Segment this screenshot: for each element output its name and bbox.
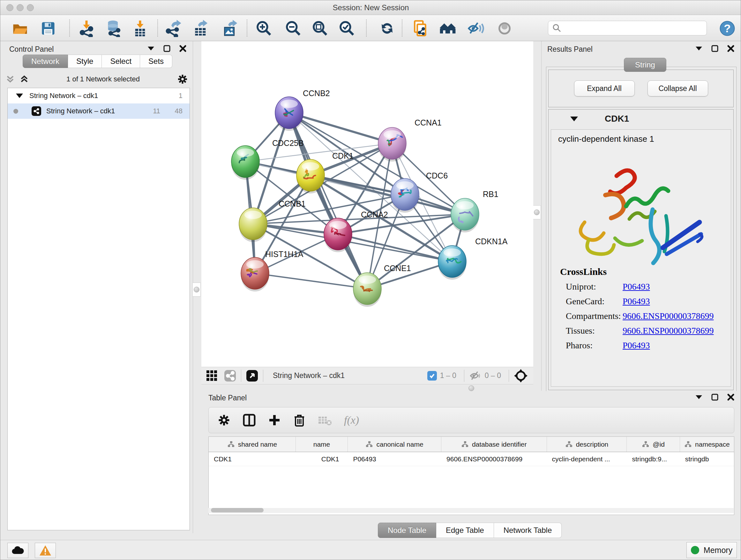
toolbar-separator — [402, 19, 402, 37]
network-selected-status: 1 of 1 Network selected — [29, 75, 177, 83]
search-input[interactable] — [562, 24, 706, 32]
column-header-id[interactable]: @id — [627, 437, 680, 452]
import-network-file-button[interactable] — [77, 19, 95, 37]
warnings-button[interactable] — [35, 543, 56, 558]
open-session-button[interactable] — [11, 19, 29, 37]
panel-menu-icon[interactable] — [695, 393, 703, 401]
network-node-CDK1[interactable] — [296, 159, 325, 193]
column-header-shared-name[interactable]: shared name — [209, 437, 296, 452]
export-table-button[interactable] — [192, 19, 210, 37]
gene-collapse-caret[interactable] — [570, 117, 578, 121]
close-panel-icon[interactable] — [179, 44, 187, 53]
view-grid-icon[interactable] — [206, 370, 218, 382]
crosslink-genecard-link[interactable]: P06493 — [623, 296, 650, 307]
export-network-button[interactable] — [164, 19, 182, 37]
close-panel-icon[interactable] — [727, 393, 735, 401]
crosslinks-section: CrossLinks Uniprot:P06493 GeneCard:P0649… — [560, 266, 714, 351]
network-icon — [31, 106, 41, 116]
network-edge-CCNB2-CCNA1[interactable] — [289, 113, 392, 143]
import-network-database-button[interactable] — [105, 19, 122, 37]
table-horizontal-scrollbar[interactable] — [208, 508, 734, 513]
collapse-all-button[interactable]: Collapse All — [648, 80, 708, 97]
new-network-from-selection-button[interactable] — [411, 19, 429, 37]
network-canvas[interactable]: CCNB2CCNA1CDC25BCDK1CDC6RB1CCNB1CCNA2CDK… — [201, 41, 533, 367]
crosslink-tissues-link[interactable]: 9606.ENSP00000378699 — [623, 326, 714, 336]
tab-network[interactable]: Network — [23, 55, 68, 68]
first-neighbors-button[interactable] — [439, 19, 457, 37]
column-header-name[interactable]: name — [296, 437, 348, 452]
expand-all-button[interactable]: Expand All — [574, 80, 635, 97]
network-node-HIST1H1A[interactable] — [241, 257, 269, 292]
show-all-button[interactable] — [495, 19, 514, 37]
column-header-namespace[interactable]: namespace — [680, 437, 734, 452]
tab-edge-table[interactable]: Edge Table — [436, 523, 494, 538]
show-columns-icon[interactable] — [243, 414, 256, 427]
table-row[interactable]: CDK1 CDK1 P06493 9606.ENSP00000378699 cy… — [209, 452, 734, 466]
export-image-button[interactable] — [221, 19, 239, 37]
network-label: String Network – cdk1 — [46, 107, 115, 115]
close-panel-icon[interactable] — [727, 44, 735, 53]
column-header-description[interactable]: description — [547, 437, 627, 452]
import-table-button[interactable] — [131, 19, 149, 37]
tab-node-table[interactable]: Node Table — [378, 523, 436, 538]
column-header-canonical-name[interactable]: canonical name — [348, 437, 441, 452]
tab-sets[interactable]: Sets — [140, 55, 172, 68]
string-results-buttons: Expand All Collapse All — [548, 70, 734, 107]
float-panel-icon[interactable] — [711, 44, 719, 53]
network-view-icon[interactable] — [224, 369, 237, 382]
crosslink-pharos-link[interactable]: P06493 — [623, 340, 650, 351]
tab-network-table[interactable]: Network Table — [494, 523, 562, 538]
network-graph[interactable]: CCNB2CCNA1CDC25BCDK1CDC6RB1CCNB1CCNA2CDK… — [201, 41, 533, 367]
delete-column-trash-icon[interactable] — [293, 414, 306, 427]
memory-button[interactable]: Memory — [686, 542, 737, 558]
network-node-CCNB1[interactable] — [239, 208, 267, 242]
network-node-CCNA1[interactable] — [378, 127, 406, 162]
network-node-CCNE1[interactable] — [353, 273, 381, 307]
crosslink-uniprot-link[interactable]: P06493 — [623, 282, 650, 292]
table-options-gear-icon[interactable] — [218, 414, 230, 427]
cloud-button[interactable] — [7, 543, 28, 558]
tab-string[interactable]: String — [624, 58, 666, 72]
float-panel-icon[interactable] — [711, 393, 719, 401]
column-header-database-identifier[interactable]: database identifier — [441, 437, 547, 452]
network-node-CCNA2[interactable] — [324, 218, 352, 252]
houses-icon — [439, 19, 457, 37]
detach-view-icon[interactable] — [246, 369, 259, 382]
tree-caret-icon[interactable] — [16, 94, 23, 98]
save-session-button[interactable] — [39, 19, 57, 37]
cell-database-identifier: 9606.ENSP00000378699 — [441, 452, 547, 466]
apply-layout-button[interactable] — [378, 19, 396, 37]
network-node-CDKN1A[interactable] — [438, 246, 466, 280]
zoom-out-button[interactable] — [284, 19, 302, 37]
crosslink-compartments-link[interactable]: 9606.ENSP00000378699 — [623, 311, 714, 321]
zoom-selected-button[interactable] — [338, 19, 356, 37]
control-panel-title: Control Panel — [9, 45, 54, 54]
zoom-fit-button[interactable] — [311, 19, 329, 37]
app-statusbar: Memory — [0, 540, 741, 560]
network-node-CCNB2[interactable] — [275, 97, 303, 131]
gear-icon[interactable] — [177, 74, 188, 84]
horizontal-splitter-handle[interactable] — [468, 385, 474, 391]
tab-select[interactable]: Select — [102, 55, 140, 68]
network-node-CDC25B[interactable] — [231, 145, 259, 180]
right-splitter-handle[interactable] — [533, 205, 541, 219]
help-button[interactable]: ? — [718, 19, 736, 37]
collapse-all-icon[interactable] — [5, 74, 15, 84]
tab-style[interactable]: Style — [68, 55, 102, 68]
expand-all-icon[interactable] — [19, 74, 29, 84]
zoom-in-button[interactable] — [255, 19, 273, 37]
birds-eye-navigator-icon[interactable] — [514, 368, 528, 383]
selected-checkbox-icon[interactable] — [427, 371, 437, 381]
panel-menu-icon[interactable] — [695, 44, 703, 53]
zoom-fit-icon — [312, 20, 329, 37]
network-row[interactable]: String Network – cdk1 11 48 — [8, 104, 190, 119]
network-edge-HIST1H1A-CCNE1[interactable] — [255, 273, 367, 289]
network-node-CDC6[interactable] — [391, 179, 419, 212]
add-column-icon[interactable] — [268, 414, 281, 427]
left-splitter-handle[interactable] — [192, 283, 201, 297]
network-node-RB1[interactable] — [451, 198, 479, 233]
float-panel-icon[interactable] — [163, 44, 171, 53]
hide-selected-button[interactable] — [467, 19, 485, 37]
network-collection-row[interactable]: String Network – cdk1 1 — [8, 88, 190, 104]
panel-menu-icon[interactable] — [147, 44, 155, 53]
